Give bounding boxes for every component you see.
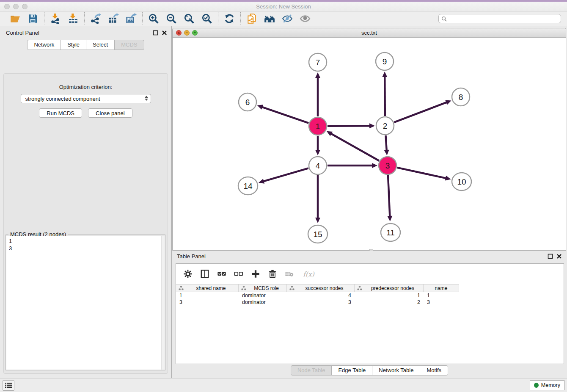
float-panel-icon[interactable] — [153, 30, 158, 36]
graph-node-6[interactable]: 6 — [239, 93, 256, 111]
run-mcds-button[interactable]: Run MCDS — [39, 108, 82, 118]
open-session-icon[interactable] — [10, 13, 21, 24]
save-session-icon[interactable] — [28, 13, 39, 24]
float-panel-icon[interactable] — [548, 254, 553, 259]
tab-motifs[interactable]: Motifs — [420, 365, 448, 375]
graph-node-15[interactable]: 15 — [308, 225, 328, 243]
graph-node-9[interactable]: 9 — [376, 52, 394, 70]
table-row[interactable]: 3dominator323 — [176, 299, 564, 306]
graph-edge-1-6[interactable] — [261, 107, 308, 123]
network-window: x − + scc.txt 7968124314101511 — [172, 28, 566, 251]
node-label: 1 — [316, 122, 320, 131]
zoom-fit-icon[interactable] — [184, 13, 195, 24]
network-titlebar[interactable]: x − + scc.txt — [173, 28, 566, 38]
refresh-layout-icon[interactable] — [224, 13, 235, 24]
network-canvas[interactable]: 7968124314101511 — [173, 38, 566, 250]
node-label: 7 — [316, 58, 320, 67]
graph-node-2[interactable]: 2 — [376, 117, 394, 135]
graph-edge-2-3[interactable] — [385, 135, 386, 151]
tab-network[interactable]: Network — [27, 40, 61, 50]
graph-node-14[interactable]: 14 — [238, 177, 258, 195]
import-network-icon[interactable] — [50, 13, 61, 24]
close-panel-icon[interactable] — [162, 30, 167, 36]
tab-style[interactable]: Style — [61, 40, 86, 50]
node-label: 6 — [245, 98, 250, 107]
column-header-MCDS-role[interactable]: MCDS role — [239, 284, 287, 292]
search-field[interactable] — [438, 14, 561, 23]
zoom-in-icon[interactable] — [148, 13, 159, 24]
tab-network-table[interactable]: Network Table — [372, 365, 420, 375]
edge-arrowhead — [445, 176, 451, 181]
node-label: 11 — [386, 228, 395, 237]
home-icon[interactable] — [264, 13, 275, 24]
graph-edge-3-10[interactable] — [397, 168, 446, 178]
control-panel-tabs: NetworkStyleSelectMCDS — [0, 40, 171, 50]
graph-node-8[interactable]: 8 — [452, 88, 470, 106]
memory-button[interactable]: Memory — [530, 380, 564, 390]
close-panel-button[interactable]: Close panel — [88, 108, 132, 118]
deselect-all-icon[interactable] — [234, 269, 243, 279]
gear-icon[interactable] — [183, 269, 193, 279]
close-panel-icon[interactable] — [556, 254, 562, 259]
dropdown-stepper-icon — [145, 96, 148, 101]
graph-node-4[interactable]: 4 — [309, 157, 327, 174]
table-panel-tabs: Node TableEdge TableNetwork TableMotifs — [172, 365, 567, 375]
tab-edge-table[interactable]: Edge Table — [331, 365, 372, 375]
graph-edge-2-9[interactable] — [385, 76, 385, 116]
column-header-predecessor-nodes[interactable]: predecessor nodes — [355, 284, 424, 292]
clone-network-icon[interactable] — [246, 13, 257, 24]
node-label: 2 — [383, 121, 388, 130]
criterion-value: strongly connected component — [25, 96, 100, 102]
hide-eye-icon[interactable] — [282, 13, 293, 24]
table-toolbar: f(x) — [176, 264, 564, 284]
graph-edge-1-2[interactable] — [328, 126, 370, 126]
graph-edge-4-14[interactable] — [263, 168, 308, 181]
export-image-icon[interactable] — [126, 13, 137, 24]
criterion-dropdown[interactable]: strongly connected component — [21, 94, 151, 103]
graph-node-10[interactable]: 10 — [452, 173, 471, 190]
add-icon[interactable] — [251, 269, 260, 279]
column-header-name[interactable]: name — [424, 284, 459, 292]
graph-node-11[interactable]: 11 — [381, 224, 400, 241]
select-all-icon[interactable] — [217, 269, 226, 279]
zoom-out-icon[interactable] — [166, 13, 177, 24]
column-header-successor-nodes[interactable]: successor nodes — [287, 284, 355, 292]
delete-table-icon[interactable] — [285, 269, 294, 279]
edge-arrowhead — [315, 150, 320, 155]
graph-edge-3-1[interactable] — [330, 133, 379, 161]
column-header-shared-name[interactable]: shared name — [176, 284, 239, 292]
search-icon — [441, 16, 447, 22]
export-table-icon[interactable] — [108, 13, 119, 24]
network-graph[interactable]: 7968124314101511 — [173, 38, 566, 250]
export-network-icon[interactable] — [90, 13, 101, 24]
tab-select[interactable]: Select — [86, 40, 115, 50]
edge-arrowhead — [369, 123, 375, 128]
edge-arrowhead — [315, 72, 320, 78]
graph-node-3[interactable]: 3 — [379, 157, 396, 174]
search-input[interactable] — [449, 16, 558, 22]
table-cell: dominator — [239, 293, 287, 298]
mcds-result-text[interactable]: 1 3 — [6, 236, 161, 370]
edge-arrowhead — [259, 179, 264, 184]
delete-icon[interactable] — [268, 269, 277, 279]
function-builder-icon[interactable]: f(x) — [302, 269, 315, 279]
table-row[interactable]: 1dominator411 — [176, 292, 564, 299]
graph-edge-3-11[interactable] — [388, 175, 390, 217]
node-label: 14 — [243, 182, 253, 190]
graph-edge-2-8[interactable] — [394, 102, 447, 122]
application-window: Session: New Session — [0, 0, 567, 392]
edge-arrowhead — [372, 163, 377, 168]
node-label: 9 — [383, 57, 387, 66]
zoom-selected-icon[interactable] — [201, 13, 212, 24]
task-list-button[interactable] — [3, 380, 14, 391]
result-scrollbar[interactable] — [161, 236, 165, 370]
tab-mcds[interactable]: MCDS — [114, 40, 144, 50]
show-eye-icon[interactable] — [300, 13, 311, 24]
graph-node-7[interactable]: 7 — [309, 53, 327, 71]
columns-icon[interactable] — [200, 269, 209, 279]
network-title: scc.txt — [173, 30, 566, 36]
edge-arrowhead — [445, 100, 451, 105]
tab-node-table[interactable]: Node Table — [291, 365, 332, 375]
import-table-icon[interactable] — [68, 13, 79, 24]
graph-node-1[interactable]: 1 — [309, 117, 327, 135]
